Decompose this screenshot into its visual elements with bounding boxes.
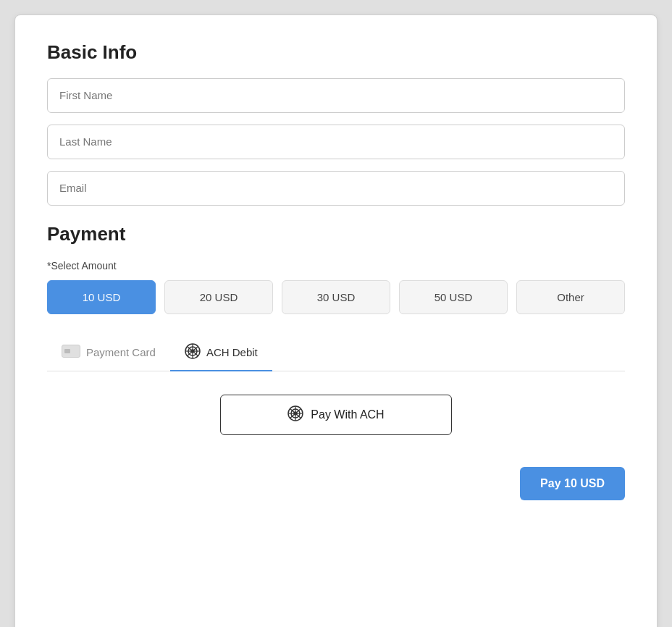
amount-buttons-group: 10 USD 20 USD 30 USD 50 USD Other — [47, 280, 625, 314]
payment-section: Payment *Select Amount 10 USD 20 USD 30 … — [47, 223, 625, 500]
pay-with-ach-section: Pay With ACH — [47, 371, 625, 453]
tab-payment-card[interactable]: Payment Card — [47, 334, 170, 371]
pay-with-ach-label: Pay With ACH — [311, 408, 384, 421]
select-amount-label: *Select Amount — [47, 260, 625, 272]
pay-ach-icon — [287, 405, 303, 424]
pay-with-ach-button[interactable]: Pay With ACH — [220, 395, 452, 435]
email-wrapper — [47, 171, 625, 206]
amount-btn-30[interactable]: 30 USD — [282, 280, 390, 314]
amount-btn-20[interactable]: 20 USD — [164, 280, 273, 314]
last-name-input[interactable] — [59, 135, 613, 148]
main-card: Basic Info Payment *Select Amount 10 USD… — [14, 14, 658, 627]
pay-submit-button[interactable]: Pay 10 USD — [520, 467, 625, 500]
tab-payment-card-label: Payment Card — [86, 346, 156, 358]
tab-ach-debit-label: ACH Debit — [206, 346, 258, 358]
svg-rect-1 — [64, 349, 70, 353]
amount-btn-other[interactable]: Other — [516, 280, 625, 314]
bottom-bar: Pay 10 USD — [47, 467, 625, 500]
amount-btn-10[interactable]: 10 USD — [47, 280, 156, 314]
basic-info-title: Basic Info — [47, 41, 625, 64]
tab-ach-debit[interactable]: ACH Debit — [170, 334, 272, 371]
amount-btn-50[interactable]: 50 USD — [399, 280, 508, 314]
email-input[interactable] — [59, 182, 613, 194]
payment-title: Payment — [47, 223, 625, 245]
payment-card-icon — [62, 345, 80, 360]
last-name-wrapper — [47, 125, 625, 159]
payment-tabs: Payment Card ACH Debit — [47, 334, 625, 371]
ach-debit-icon — [185, 343, 201, 361]
first-name-input[interactable] — [59, 89, 613, 101]
first-name-wrapper — [47, 78, 625, 113]
